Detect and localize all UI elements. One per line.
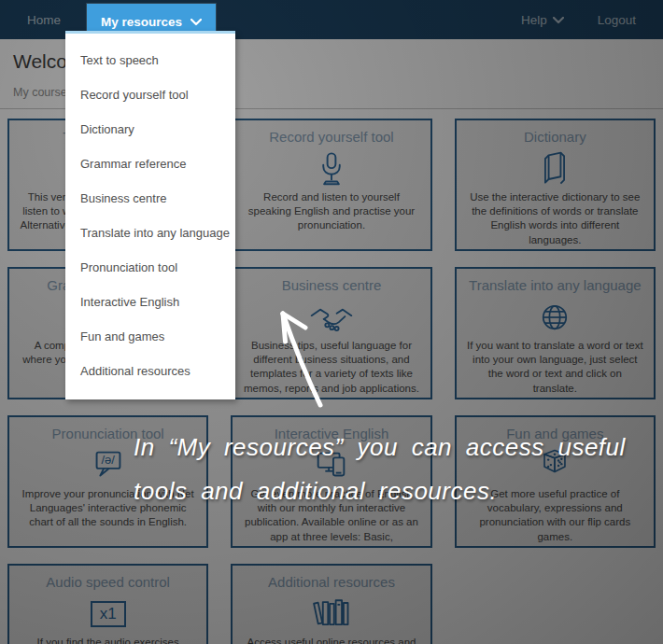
devices-icon bbox=[242, 444, 420, 487]
card-title: Dictionary bbox=[466, 129, 644, 145]
nav-home[interactable]: Home bbox=[23, 0, 64, 39]
my-resources-dropdown: Text to speech Record yourself tool Dict… bbox=[65, 31, 235, 399]
card-title: Interactive English bbox=[242, 426, 420, 441]
card-title: Record yourself tool bbox=[242, 129, 420, 145]
chevron-down-icon bbox=[190, 15, 202, 29]
nav-help-label: Help bbox=[521, 13, 547, 27]
nav-home-label: Home bbox=[27, 13, 61, 27]
tab-my-courses[interactable]: My courses bbox=[13, 86, 73, 99]
nav-spacer bbox=[216, 0, 517, 39]
card-fun-and-games[interactable]: Fun and games Get more useful practice o… bbox=[455, 415, 656, 548]
card-description: Get even more practice of English with o… bbox=[242, 487, 420, 548]
nav-logout-label: Logout bbox=[598, 13, 636, 27]
card-description: Access useful online resources and pract… bbox=[242, 636, 420, 644]
nav-help[interactable]: Help bbox=[517, 13, 568, 27]
chevron-down-icon bbox=[553, 13, 564, 27]
card-description: Improve your pronunciation with Net Lang… bbox=[19, 487, 197, 530]
card-audio-speed-control[interactable]: Audio speed control x1 If you find the a… bbox=[7, 564, 208, 644]
x1-label: x1 bbox=[91, 601, 126, 627]
dropdown-item-text-to-speech[interactable]: Text to speech bbox=[65, 43, 235, 77]
card-dictionary[interactable]: Dictionary Use the interactive dictionar… bbox=[455, 119, 656, 251]
card-business-centre[interactable]: Business centre Business tips, useful la… bbox=[231, 267, 431, 399]
microphone-icon bbox=[242, 147, 420, 190]
dropdown-item-business-centre[interactable]: Business centre bbox=[65, 181, 235, 216]
card-title: Additional resources bbox=[242, 574, 420, 590]
card-title: Business centre bbox=[242, 277, 420, 293]
handshake-icon bbox=[242, 296, 420, 339]
phoneme-label: /ə/ bbox=[101, 453, 114, 467]
card-title: Translate into any language bbox=[466, 277, 644, 293]
dropdown-item-translate-into-any-language[interactable]: Translate into any language bbox=[65, 216, 235, 250]
dropdown-item-interactive-english[interactable]: Interactive English bbox=[65, 285, 235, 319]
card-title: Fun and games bbox=[466, 426, 644, 441]
card-additional-resources[interactable]: Additional resources Access useful onlin… bbox=[231, 564, 431, 644]
card-record-yourself-tool[interactable]: Record yourself tool Record and listen t… bbox=[231, 119, 431, 251]
card-interactive-english[interactable]: Interactive English Get even more practi… bbox=[231, 415, 431, 548]
card-title: Pronunciation tool bbox=[19, 426, 197, 441]
bookshelf-icon bbox=[242, 593, 420, 636]
card-description: If you find the audio exercises difficul… bbox=[19, 636, 197, 644]
card-description: Use the interactive dictionary to see th… bbox=[466, 190, 644, 247]
phoneme-bubble-icon: /ə/ bbox=[19, 444, 197, 487]
globe-icon bbox=[466, 296, 644, 339]
dropdown-item-dictionary[interactable]: Dictionary bbox=[65, 112, 235, 147]
dropdown-item-additional-resources[interactable]: Additional resources bbox=[65, 354, 235, 388]
nav-my-resources-label: My resources bbox=[101, 15, 182, 29]
card-pronunciation-tool[interactable]: Pronunciation tool /ə/ Improve your pron… bbox=[7, 415, 208, 548]
card-description: Get more useful practice of vocabulary, … bbox=[466, 487, 644, 544]
dropdown-item-grammar-reference[interactable]: Grammar reference bbox=[65, 147, 235, 181]
card-description: Business tips, useful language for diffe… bbox=[242, 339, 420, 396]
x1-icon: x1 bbox=[19, 593, 197, 636]
card-description: Record and listen to yourself speaking E… bbox=[242, 190, 420, 233]
empty-grid-cell bbox=[455, 564, 656, 644]
nav-logout[interactable]: Logout bbox=[594, 13, 640, 27]
card-title: Audio speed control bbox=[19, 574, 197, 590]
dropdown-item-record-yourself-tool[interactable]: Record yourself tool bbox=[65, 77, 235, 112]
card-description: If you want to translate a word or text … bbox=[466, 339, 644, 396]
dropdown-item-pronunciation-tool[interactable]: Pronunciation tool bbox=[65, 250, 235, 285]
dice-icon bbox=[466, 444, 644, 487]
card-translate-any-language[interactable]: Translate into any language If you want … bbox=[455, 267, 656, 399]
book-icon bbox=[466, 147, 644, 190]
dropdown-item-fun-and-games[interactable]: Fun and games bbox=[65, 319, 235, 354]
